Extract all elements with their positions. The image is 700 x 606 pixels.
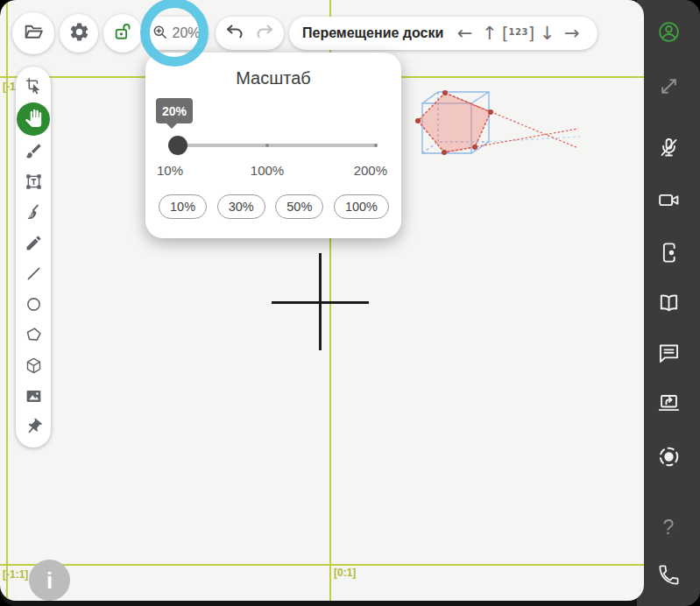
record-button[interactable] (655, 445, 682, 471)
circle-icon (25, 295, 43, 316)
tool-image[interactable] (16, 382, 51, 412)
microphone-muted-button[interactable] (655, 136, 682, 162)
grid-numbers-button[interactable]: [123] (502, 25, 534, 42)
scale-min-label: 10% (157, 163, 183, 178)
line-icon (25, 264, 43, 285)
expand-diagonal-icon (657, 74, 681, 101)
screen-share-icon (657, 391, 681, 418)
camera-button[interactable] (655, 188, 682, 215)
zoom-presets: 10% 30% 50% 100% (159, 194, 389, 219)
grid-cell-label: [-1:1] (3, 568, 28, 581)
slider-scale-labels: 10% 100% 200% (145, 163, 401, 179)
tool-clean-broom[interactable] (16, 198, 51, 229)
record-icon (657, 445, 681, 471)
question-icon: ? (663, 516, 675, 539)
tool-pencil[interactable] (16, 229, 51, 259)
grid-line-horizontal (0, 564, 644, 566)
grid-cell-label: [0:1] (334, 567, 356, 579)
open-file-button[interactable] (12, 12, 54, 54)
undo-redo-group (216, 17, 284, 50)
chat-button[interactable] (655, 342, 682, 368)
zoom-popup-title: Масштаб (145, 68, 401, 88)
move-down-button[interactable]: ↓ (534, 25, 559, 43)
info-button[interactable]: i (29, 560, 70, 601)
bracket-open: [ (502, 25, 508, 42)
move-left-button[interactable]: ← (452, 25, 477, 43)
screen-share-button[interactable] (655, 391, 682, 418)
redo-button[interactable] (253, 22, 276, 45)
tool-cube-3d[interactable] (16, 351, 51, 382)
expand-button[interactable] (655, 74, 682, 101)
mic-off-icon (657, 136, 681, 162)
tool-hand-pan[interactable] (17, 102, 50, 136)
device-share-button[interactable] (655, 241, 682, 267)
pentagon-cube-shape[interactable] (412, 83, 587, 166)
preset-10-button[interactable]: 10% (159, 194, 207, 219)
redo-icon (254, 32, 275, 46)
slider-value-tooltip: 20% (156, 98, 193, 123)
crop-select-icon (25, 76, 43, 97)
pencil-icon (25, 234, 43, 255)
slider-tick-200 (374, 144, 378, 147)
zoom-in-icon (152, 24, 169, 44)
preset-100-button[interactable]: 100% (334, 194, 389, 219)
help-button[interactable]: ? (655, 514, 682, 540)
tool-brush[interactable] (16, 137, 51, 167)
tool-pin[interactable] (16, 412, 51, 443)
bracket-close: ] (528, 25, 534, 42)
avatar-icon (657, 20, 681, 46)
lock-button[interactable] (103, 14, 142, 53)
preset-50-button[interactable]: 50% (275, 194, 323, 219)
tool-crop-select[interactable] (16, 71, 51, 102)
gear-icon (68, 21, 90, 46)
right-sidebar: ? (637, 0, 700, 606)
zoom-value: 20% (172, 25, 200, 41)
videocam-icon (657, 188, 681, 215)
tool-text-frame[interactable] (16, 167, 51, 198)
phone-icon (657, 563, 681, 589)
pentagon (415, 90, 578, 155)
pin-icon (25, 418, 43, 439)
image-icon (25, 387, 43, 408)
zoom-popup: Масштаб 20% 10% 100% 200% 10% 30% 50% 10… (145, 53, 401, 238)
slider-tick-100 (265, 144, 269, 147)
info-icon: i (46, 569, 53, 592)
move-board-panel: Перемещение доски ← ↑ [123] ↓ → (289, 17, 597, 50)
move-up-button[interactable]: ↑ (477, 25, 502, 43)
call-button[interactable] (655, 563, 682, 589)
arrow-right-icon: → (564, 23, 580, 44)
move-right-button[interactable]: → (560, 25, 584, 43)
tool-line[interactable] (16, 259, 51, 290)
tool-polygon[interactable] (16, 321, 51, 351)
brush-icon (25, 142, 43, 163)
scale-max-label: 200% (354, 163, 387, 178)
preset-30-button[interactable]: 30% (217, 194, 265, 219)
app-window: ? [-1:0] [-1:1] [0:1] (0, 0, 700, 606)
arrow-down-icon: ↓ (540, 23, 555, 44)
book-icon (657, 291, 681, 317)
phone-device-icon (657, 241, 681, 267)
chat-icon (657, 342, 681, 368)
arrow-left-icon: ← (457, 23, 473, 44)
zoom-control-button[interactable]: 20% (144, 17, 209, 50)
cube-icon (25, 356, 43, 377)
settings-button[interactable] (60, 14, 98, 53)
hand-icon (25, 109, 42, 130)
move-board-label: Перемещение доски (302, 25, 443, 41)
text-frame-icon (25, 173, 43, 194)
broom-icon (25, 203, 43, 224)
lock-open-icon (112, 21, 134, 46)
grid-numbers-icon: 123 (508, 28, 527, 37)
left-toolbar (16, 67, 51, 447)
tool-ellipse[interactable] (16, 290, 51, 321)
account-button[interactable] (655, 20, 682, 46)
pentagon-icon (25, 326, 43, 347)
library-button[interactable] (655, 291, 682, 317)
folder-open-icon (23, 21, 45, 46)
undo-button[interactable] (223, 22, 246, 45)
zoom-slider-thumb[interactable] (168, 136, 187, 155)
undo-icon (224, 32, 245, 46)
zoom-slider-track[interactable] (170, 144, 378, 147)
scale-mid-label: 100% (251, 163, 284, 178)
arrow-up-icon: ↑ (482, 23, 498, 44)
